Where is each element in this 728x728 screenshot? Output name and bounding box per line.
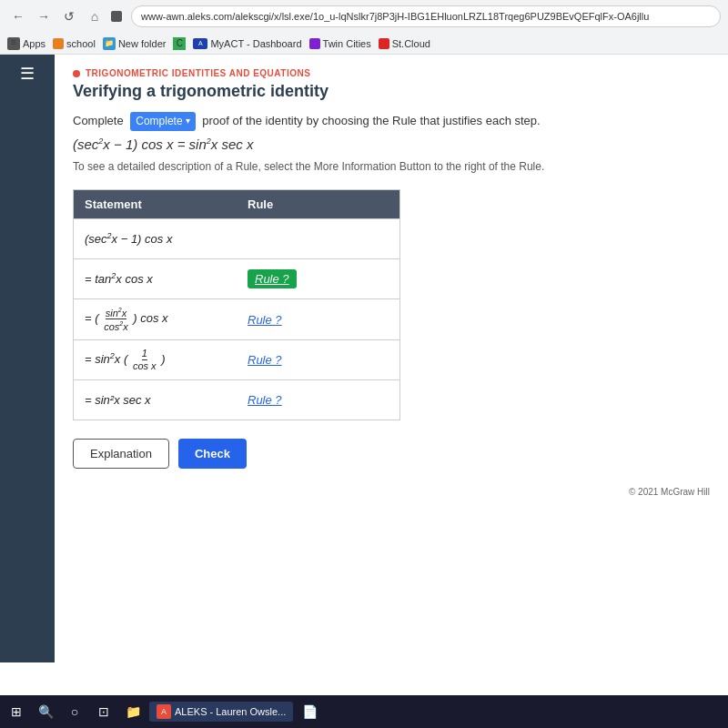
bookmark-school[interactable]: school <box>53 38 96 49</box>
bookmark-apps[interactable]: ⠿ Apps <box>7 37 46 50</box>
complete-dropdown-label: Complete <box>136 114 182 129</box>
home-button[interactable]: ⌂ <box>84 5 106 27</box>
reload-button[interactable]: ↺ <box>58 5 80 27</box>
rule-cell-2[interactable]: Rule ? <box>237 262 399 296</box>
rule-4-button[interactable]: Rule ? <box>248 353 282 367</box>
bookmark-stcloud[interactable]: St.Cloud <box>379 38 430 49</box>
forward-button[interactable]: → <box>33 5 55 27</box>
statement-text-2: = tan2x cos x <box>85 272 153 286</box>
bookmark-twin-cities[interactable]: Twin Cities <box>309 38 371 49</box>
check-button[interactable]: Check <box>178 439 247 469</box>
table-row: = sin²x sec x Rule ? <box>74 379 399 420</box>
rule-cell-5[interactable]: Rule ? <box>237 384 399 415</box>
start-button[interactable]: ⊞ <box>4 699 29 724</box>
bookmark-myact[interactable]: A MyACT - Dashboard <box>193 38 301 49</box>
myact-icon: A <box>193 38 207 49</box>
table-row: = ( sin2x cos2x ) cos x Rule ? <box>74 298 399 339</box>
browser-window: ← → ↺ ⌂ ⠿ Apps school 📁 New folder <box>0 0 728 695</box>
explanation-button[interactable]: Explanation <box>73 439 169 469</box>
breadcrumb-topic: TRIGONOMETRIC IDENTITIES AND EQUATIONS <box>86 68 310 78</box>
topic-dot-icon <box>73 70 80 77</box>
bookmark-new-folder[interactable]: 📁 New folder <box>103 37 167 50</box>
aleks-app-icon: A <box>157 704 171 719</box>
ssl-lock-icon <box>111 11 122 22</box>
fraction-sin-cos: sin2x cos2x <box>104 307 128 332</box>
more-info-text: To see a detailed description of a Rule,… <box>73 159 710 175</box>
statement-column-header: Statement <box>74 190 237 218</box>
statement-cell-2: = tan2x cos x <box>74 264 237 293</box>
statement-cell-4: = sin2x ( 1 cos x ) <box>74 341 237 379</box>
rule-cell-1 <box>237 231 399 246</box>
bookmarks-bar: ⠿ Apps school 📁 New folder C A MyACT - D… <box>0 33 728 55</box>
page-title: Verifying a trigonometric identity <box>73 82 710 101</box>
table-row: = tan2x cos x Rule ? <box>74 258 399 298</box>
identity-equation: (sec2x − 1) cos x = sin2x sec x <box>73 136 710 152</box>
proof-table: Statement Rule (sec2x − 1) cos x <box>73 189 400 420</box>
stcloud-icon <box>379 38 389 49</box>
statement-text-5: = sin²x sec x <box>85 393 151 407</box>
rule-column-header: Rule <box>237 190 399 218</box>
taskbar-aleks-app[interactable]: A ALEKS - Lauren Owsle... <box>149 702 293 722</box>
aleks-layout: ☰ TRIGONOMETRIC IDENTITIES AND EQUATIONS… <box>0 55 728 662</box>
school-icon <box>53 38 64 49</box>
chevron-down-icon: ▾ <box>186 115 190 127</box>
complete-label: Complete <box>73 114 126 127</box>
statement-cell-3: = ( sin2x cos2x ) cos x <box>74 299 237 339</box>
complete-dropdown[interactable]: Complete ▾ <box>130 112 195 131</box>
breadcrumb: TRIGONOMETRIC IDENTITIES AND EQUATIONS <box>73 68 710 78</box>
rule-2-button[interactable]: Rule ? <box>248 269 297 288</box>
twin-cities-icon <box>309 38 320 49</box>
rule-cell-3[interactable]: Rule ? <box>237 304 399 335</box>
taskbar-search-icon[interactable]: 🔍 <box>33 699 58 724</box>
taskbar-app-label: ALEKS - Lauren Owsle... <box>175 706 286 717</box>
main-content-area: TRIGONOMETRIC IDENTITIES AND EQUATIONS V… <box>55 55 728 662</box>
taskbar-extra-icon[interactable]: 📄 <box>297 699 322 724</box>
apps-icon: ⠿ <box>7 37 20 50</box>
page-content: ☰ TRIGONOMETRIC IDENTITIES AND EQUATIONS… <box>0 55 728 662</box>
copyright-text: © 2021 McGraw Hill <box>73 487 710 497</box>
aleks-sidebar: ☰ <box>0 55 55 662</box>
rule-cell-4[interactable]: Rule ? <box>237 344 399 375</box>
taskbar-cortana-icon[interactable]: ○ <box>62 699 87 724</box>
table-row: = sin2x ( 1 cos x ) Rul <box>74 339 399 379</box>
instructions-text: Complete Complete ▾ proof of the identit… <box>73 112 710 131</box>
address-bar[interactable] <box>131 5 721 27</box>
fraction-cosx: cos x <box>133 360 157 371</box>
browser-toolbar: ← → ↺ ⌂ <box>0 0 728 33</box>
taskbar-taskview-icon[interactable]: ⊡ <box>91 699 116 724</box>
statement-text-3: = ( sin2x cos2x ) cos x <box>85 311 168 325</box>
fraction-numerator: sin2x <box>106 307 126 320</box>
chrome-icon: C <box>173 37 186 50</box>
table-row: (sec2x − 1) cos x <box>74 218 399 258</box>
fraction-one-cosx: 1 cos x <box>133 349 157 371</box>
statement-text-1: (sec2x − 1) cos x <box>85 232 172 246</box>
statement-cell-5: = sin²x sec x <box>74 386 237 414</box>
rule-5-button[interactable]: Rule ? <box>248 393 282 407</box>
statement-text-4: = sin2x ( 1 cos x ) <box>85 352 166 366</box>
monitor-frame: ← → ↺ ⌂ ⠿ Apps school 📁 New folder <box>0 0 728 728</box>
fraction-one: 1 <box>142 349 147 360</box>
statement-cell-1: (sec2x − 1) cos x <box>74 224 237 253</box>
action-buttons: Explanation Check <box>73 439 710 469</box>
proof-table-header: Statement Rule <box>74 190 399 218</box>
sidebar-hamburger-button[interactable]: ☰ <box>20 64 35 84</box>
bookmark-chrome-icon[interactable]: C <box>173 37 186 50</box>
identity-left: (sec2x − 1) cos x = sin2x sec x <box>73 136 253 152</box>
rule-3-button[interactable]: Rule ? <box>248 313 282 327</box>
instructions-body: proof of the identity by choosing the Ru… <box>202 114 540 127</box>
nav-buttons: ← → ↺ ⌂ <box>7 5 106 27</box>
folder-icon: 📁 <box>103 37 116 50</box>
back-button[interactable]: ← <box>7 5 29 27</box>
taskbar: ⊞ 🔍 ○ ⊡ 📁 A ALEKS - Lauren Owsle... 📄 <box>0 695 728 728</box>
taskbar-explorer-icon[interactable]: 📁 <box>120 699 146 724</box>
fraction-denominator: cos2x <box>104 319 128 332</box>
